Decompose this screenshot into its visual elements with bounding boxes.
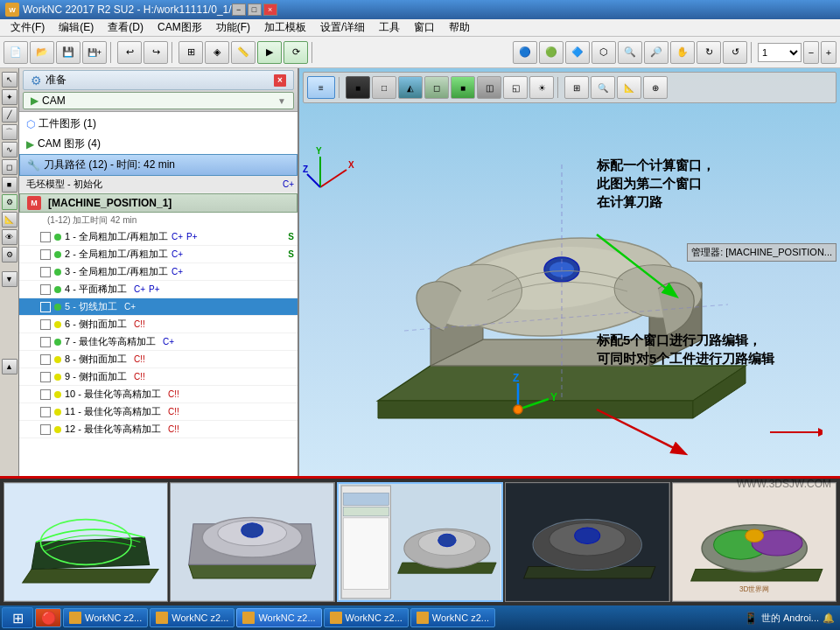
taskbar-worknc-3[interactable]: WorkNC z2...	[236, 608, 321, 627]
menu-help[interactable]: 帮助	[442, 18, 477, 37]
tb-measure[interactable]: 📏	[231, 41, 256, 64]
tp-cb-7[interactable]	[40, 337, 51, 347]
tp-cb-2[interactable]	[40, 249, 51, 260]
vp-zoom-all[interactable]: ⊞	[564, 76, 589, 99]
tp-item-12[interactable]: 12 - 最佳化等高精加工 C!!	[19, 421, 298, 438]
menu-tools[interactable]: 工具	[372, 18, 407, 37]
menu-cam[interactable]: CAM图形	[150, 18, 209, 37]
side-spline[interactable]: ∿	[2, 142, 18, 158]
tp-item-11[interactable]: 11 - 最佳化等高精加工 C!!	[19, 403, 298, 421]
thumbnail-2[interactable]	[170, 482, 334, 602]
vp-shaded[interactable]: ◭	[398, 76, 423, 99]
tp-item-3[interactable]: 3 - 全局粗加工/再粗加工 C+	[19, 263, 298, 281]
machine-position-item[interactable]: M [MACHINE_POSITION_1]	[19, 193, 298, 213]
taskbar-worknc-1[interactable]: WorkNC z2...	[63, 608, 148, 627]
minimize-button[interactable]: −	[232, 4, 246, 16]
tb-plus[interactable]: +	[821, 41, 836, 64]
vp-solid[interactable]: ■	[346, 76, 370, 99]
tp-item-2[interactable]: 2 - 全局粗加工/再粗加工 C+ S	[19, 246, 298, 263]
taskbar-worknc-4[interactable]: WorkNC z2...	[324, 608, 409, 627]
side-measure2[interactable]: 📐	[2, 212, 18, 228]
window-controls[interactable]: − □ ×	[232, 4, 277, 16]
thumbnail-5[interactable]: 3D世界网	[672, 482, 836, 602]
tp-cb-1[interactable]	[40, 232, 51, 242]
tp-cb-12[interactable]	[40, 424, 51, 435]
vp-light[interactable]: ☀	[529, 76, 554, 99]
zhunbei-tab[interactable]: ⚙ 准备 ×	[23, 70, 294, 90]
vp-mode[interactable]: ◱	[503, 76, 528, 99]
tb-cam2[interactable]: ⟳	[284, 41, 308, 64]
tb-rotate2[interactable]: ↺	[723, 41, 747, 64]
tp-cb-8[interactable]	[40, 354, 51, 365]
vp-measure[interactable]: 📐	[617, 76, 641, 99]
tp-cb-6[interactable]	[40, 319, 51, 330]
tb-save[interactable]: 💾	[56, 41, 80, 64]
tp-item-1[interactable]: 1 - 全局粗加工/再粗加工 C+ P+ S	[19, 228, 298, 246]
tp-item-8[interactable]: 8 - 侧扣面加工 C!!	[19, 351, 298, 368]
tb-zoom2[interactable]: 🔎	[644, 41, 668, 64]
rough-model-header[interactable]: 毛坯模型 - 初始化 C+	[19, 176, 298, 193]
tb-pan[interactable]: ✋	[670, 41, 695, 64]
tb-zoom[interactable]: 🔍	[618, 41, 642, 64]
view-select[interactable]: 1 2 4	[758, 43, 802, 62]
workpiece-section[interactable]: ⬡ 工件图形 (1)	[19, 114, 298, 134]
side-settings2[interactable]: ⚙	[2, 247, 18, 262]
tp-cb-4[interactable]	[40, 284, 51, 295]
tb-save2[interactable]: 💾+	[82, 41, 107, 64]
cam-section[interactable]: ▶ CAM 图形 (4)	[19, 134, 298, 154]
tb-minus[interactable]: −	[803, 41, 819, 64]
vp-hidden[interactable]: ◻	[424, 76, 449, 99]
side-select[interactable]: ↖	[2, 72, 18, 88]
vp-section[interactable]: ⊕	[643, 76, 668, 99]
tp-cb-3[interactable]	[40, 267, 51, 277]
tp-item-4[interactable]: 4 - 平面稀加工 C+ P+	[19, 281, 298, 298]
menu-edit[interactable]: 编辑(E)	[52, 18, 101, 37]
vp-trans[interactable]: ◫	[477, 76, 501, 99]
tb-rotate[interactable]: ↻	[696, 41, 721, 64]
taskbar-browser[interactable]: 🔴	[35, 608, 61, 627]
menu-template[interactable]: 加工模板	[257, 18, 313, 37]
side-arrow-up[interactable]: ▲	[2, 359, 18, 374]
tb-undo[interactable]: ↩	[117, 41, 142, 64]
tp-item-9[interactable]: 9 - 侧扣面加工 C!!	[19, 368, 298, 386]
menu-file[interactable]: 文件(F)	[4, 18, 52, 37]
tb-view2[interactable]: 🟢	[539, 41, 564, 64]
cam-tab[interactable]: ▶ CAM ▼	[23, 92, 294, 109]
taskbar-worknc-2[interactable]: WorkNC z2...	[150, 608, 234, 627]
side-solid[interactable]: ■	[2, 177, 18, 192]
tp-cb-9[interactable]	[40, 372, 51, 382]
side-arrow-down[interactable]: ▼	[2, 271, 18, 287]
tp-item-5[interactable]: 5 - 切线加工 C+	[19, 298, 298, 316]
vp-green[interactable]: ■	[451, 76, 475, 99]
tb-grid[interactable]: ⊞	[178, 41, 203, 64]
side-point[interactable]: ✦	[2, 89, 18, 105]
side-cam-icon[interactable]: ⚙	[2, 194, 18, 210]
vp-wire[interactable]: □	[372, 76, 396, 99]
tp-cb-5[interactable]	[40, 302, 51, 312]
tb-view3[interactable]: 🔷	[565, 41, 590, 64]
tb-snap[interactable]: ◈	[205, 41, 229, 64]
side-arc[interactable]: ⌒	[2, 124, 18, 140]
menu-window[interactable]: 窗口	[407, 18, 442, 37]
side-surface[interactable]: ◻	[2, 159, 18, 175]
tp-item-10[interactable]: 10 - 最佳化等高精加工 C!!	[19, 386, 298, 403]
panel-close-button[interactable]: ×	[274, 74, 286, 87]
tb-redo[interactable]: ↪	[144, 41, 168, 64]
vp-menu[interactable]: ≡	[307, 76, 335, 99]
menu-view[interactable]: 查看(D)	[101, 18, 150, 37]
taskbar-worknc-5[interactable]: WorkNC z2...	[410, 608, 495, 627]
tp-cb-11[interactable]	[40, 407, 51, 417]
toolpath-section[interactable]: 🔧 刀具路径 (12) - 时间: 42 min	[19, 154, 298, 176]
tb-new[interactable]: 📄	[4, 41, 28, 64]
tb-view1[interactable]: 🔵	[513, 41, 537, 64]
tb-view4[interactable]: ⬡	[592, 41, 616, 64]
tb-cam1[interactable]: ▶	[257, 41, 282, 64]
maximize-button[interactable]: □	[248, 4, 262, 16]
thumbnail-3[interactable]	[337, 482, 503, 602]
tp-item-7[interactable]: 7 - 最佳化等高精加工 C+	[19, 333, 298, 351]
thumbnail-1[interactable]	[4, 482, 168, 602]
menu-settings[interactable]: 设置/详细	[313, 18, 372, 37]
menu-function[interactable]: 功能(F)	[209, 18, 257, 37]
tb-open[interactable]: 📂	[30, 41, 54, 64]
start-button[interactable]: ⊞	[2, 607, 33, 628]
